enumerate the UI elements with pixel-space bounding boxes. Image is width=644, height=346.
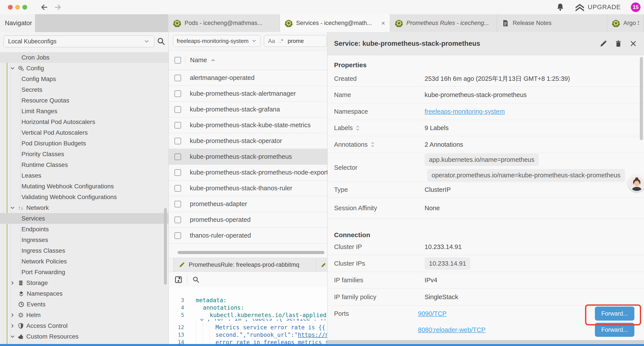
trash-icon[interactable]: [614, 39, 622, 48]
row-checkbox[interactable]: [174, 217, 181, 223]
sidebar-item-limit-ranges[interactable]: Limit Ranges: [0, 106, 168, 116]
sidebar-item-validating-webhook-configurations[interactable]: Validating Webhook Configurations: [0, 192, 168, 202]
sidebar-item-access-control[interactable]: Access Control: [0, 320, 168, 331]
navigator-panel-tab[interactable]: Navigator: [0, 14, 35, 32]
tab-argo[interactable]: Argo Se: [607, 14, 644, 32]
sidebar-item-ingresses[interactable]: Ingresses: [0, 235, 168, 245]
minimize-window-button[interactable]: [15, 5, 20, 10]
horizontal-scrollbar[interactable]: [178, 251, 324, 254]
sidebar-item-endpoints[interactable]: Endpoints: [0, 224, 168, 235]
namespace-link[interactable]: freeleaps-monitoring-system: [424, 108, 505, 115]
namespace-select[interactable]: freeleaps-monitoring-system: [173, 35, 260, 47]
code-text-pre: second.","runbook_url":": [216, 332, 298, 338]
select-all-checkbox[interactable]: [174, 57, 181, 63]
sidebar-item-vertical-pod-autoscalers[interactable]: Vertical Pod Autoscalers: [0, 127, 168, 138]
row-checkbox[interactable]: [174, 201, 181, 207]
table-row[interactable]: prometheus-operated: [169, 212, 327, 228]
close-icon[interactable]: [629, 39, 638, 48]
edit-icon[interactable]: [599, 39, 608, 48]
table-row-selected[interactable]: kube-prometheus-stack-prometheus: [169, 149, 327, 165]
save-icon[interactable]: [174, 276, 182, 284]
sidebar-item-port-forwarding[interactable]: Port Forwarding: [0, 267, 168, 278]
detail-horizontal-scrollbar[interactable]: [328, 340, 644, 344]
row-checkbox[interactable]: [174, 169, 181, 176]
table-row[interactable]: kube-prometheus-stack-kube-state-metrics: [169, 117, 327, 133]
name-column-header[interactable]: Name: [190, 56, 216, 64]
expander-icon[interactable]: [356, 125, 360, 131]
table-row[interactable]: alertmanager-operated: [169, 70, 327, 86]
row-checkbox[interactable]: [174, 185, 181, 192]
row-checkbox[interactable]: [174, 106, 181, 113]
expander-icon[interactable]: [371, 141, 374, 148]
sidebar-item-leases[interactable]: Leases: [0, 170, 168, 181]
row-checkbox[interactable]: [174, 153, 181, 160]
row-checkbox[interactable]: [174, 138, 181, 144]
row-checkbox[interactable]: [174, 75, 181, 81]
table-row[interactable]: kube-prometheus-stack-thanos-ruler: [169, 180, 327, 196]
detail-scrollbar[interactable]: [640, 57, 643, 140]
sidebar-item-priority-classes[interactable]: Priority Classes: [0, 149, 168, 159]
sidebar-item-cron-jobs[interactable]: Cron Jobs: [0, 52, 168, 63]
close-window-button[interactable]: [8, 5, 13, 10]
editor-tab-partial[interactable]: [316, 258, 327, 272]
table-row[interactable]: kube-prometheus-stack-operator: [169, 133, 327, 149]
bell-icon[interactable]: [556, 3, 565, 11]
sidebar-item-services[interactable]: Services: [0, 213, 168, 224]
sidebar-item-pod-disruption-budgets[interactable]: Pod Disruption Budgets: [0, 138, 168, 149]
match-case-toggle[interactable]: Aa: [268, 38, 275, 44]
sidebar-item-network-policies[interactable]: Network Policies: [0, 256, 168, 267]
sidebar-item-helm[interactable]: Helm: [0, 310, 168, 320]
row-value: 253d 16h 6m ago (2025年1月13日 GMT+8 1:25:3…: [424, 74, 570, 83]
service-name: kube-prometheus-stack-grafana: [190, 106, 280, 113]
section-heading-properties: Properties: [328, 55, 644, 69]
row-checkbox[interactable]: [174, 90, 181, 97]
row-checkbox[interactable]: [174, 122, 181, 129]
forward-icon[interactable]: [54, 3, 62, 11]
close-tab-icon[interactable]: ×: [379, 19, 385, 27]
tab-pods[interactable]: Pods - icecheng@mathmas...: [168, 14, 280, 32]
sidebar-item-secrets[interactable]: Secrets: [0, 84, 168, 95]
notification-count-badge[interactable]: 15: [631, 2, 640, 12]
upgrade-button[interactable]: UPGRADE: [575, 2, 621, 12]
clock-icon: [18, 301, 25, 308]
sidebar-item-namespaces[interactable]: Namespaces: [0, 288, 168, 299]
sidebar-search-button[interactable]: [156, 36, 166, 46]
tab-release-notes[interactable]: Release Notes: [497, 14, 607, 32]
sidebar-item-events[interactable]: Events: [0, 299, 168, 310]
row-value[interactable]: 2 Annotations: [424, 141, 463, 148]
yaml-editor[interactable]: 3metadata: 4annotations: 5kubectl.kubern…: [169, 287, 327, 346]
tab-prometheus-rules[interactable]: Prometheus Rules - icecheng...: [390, 14, 497, 32]
table-row[interactable]: kube-prometheus-stack-grafana: [169, 102, 327, 117]
port-link[interactable]: 8080:reloader-web/TCP: [418, 326, 486, 334]
maximize-window-button[interactable]: [22, 5, 27, 10]
sidebar-item-network[interactable]: ↑↓ Network: [0, 202, 168, 213]
sidebar-item-ingress-classes[interactable]: Ingress Classes: [0, 245, 168, 256]
sidebar-item-config-maps[interactable]: Config Maps: [0, 74, 168, 84]
regex-toggle[interactable]: .*: [280, 38, 283, 44]
tab-services[interactable]: Services - icecheng@math... ×: [280, 14, 390, 32]
table-row[interactable]: kube-prometheus-stack-prometheus-node-ex…: [169, 165, 327, 180]
sidebar-item-resource-quotas[interactable]: Resource Quotas: [0, 95, 168, 106]
sidebar-item-custom-resources[interactable]: Custom Resources: [0, 331, 168, 342]
code-url-link[interactable]: https://netdata: [298, 332, 327, 338]
search-input[interactable]: Aa .* prome: [264, 35, 326, 47]
sidebar-item-runtime-classes[interactable]: Runtime Classes: [0, 159, 168, 170]
editor-tab-prometheusrule[interactable]: PrometheusRule: freeleaps-prod-rabbitmq: [173, 258, 316, 272]
table-row[interactable]: thanos-ruler-operated: [169, 228, 327, 244]
kubernetes-icon: [173, 19, 181, 27]
kubeconfig-select[interactable]: Local Kubeconfigs: [4, 35, 154, 47]
back-icon[interactable]: [40, 3, 48, 11]
port-link[interactable]: 9090/TCP: [418, 310, 447, 317]
table-row[interactable]: kube-prometheus-stack-alertmanager: [169, 86, 327, 102]
sidebar-item-storage[interactable]: Storage: [0, 278, 168, 288]
detail-row-name: Name kube-prometheus-stack-prometheus: [328, 87, 644, 103]
sidebar-item-horizontal-pod-autoscalers[interactable]: Horizontal Pod Autoscalers: [0, 116, 168, 127]
search-icon[interactable]: [192, 276, 200, 283]
sidebar-item-config[interactable]: Config: [0, 63, 168, 74]
sidebar-scrollbar[interactable]: [164, 208, 167, 285]
row-checkbox[interactable]: [174, 232, 181, 239]
sidebar-item-mutating-webhook-configurations[interactable]: Mutating Webhook Configurations: [0, 181, 168, 192]
assistant-avatar[interactable]: [629, 175, 644, 192]
table-row[interactable]: prometheus-adapter: [169, 196, 327, 212]
row-value[interactable]: 9 Labels: [424, 124, 449, 132]
